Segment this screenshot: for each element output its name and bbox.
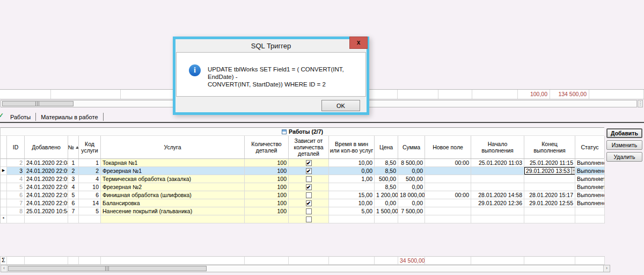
column-header-qty[interactable]: Количество деталей — [245, 136, 289, 158]
cell-qty[interactable]: 100 — [245, 167, 289, 175]
cell-id[interactable]: 4 — [7, 175, 25, 183]
cell-start[interactable]: 28.01.2020 14:58 — [471, 191, 524, 199]
cell-id[interactable]: 7 — [7, 199, 25, 207]
cell-num[interactable]: 2 — [68, 167, 79, 175]
cell-qty[interactable]: 100 — [245, 159, 289, 167]
cell-service[interactable]: Фрезерная №1 — [101, 167, 245, 175]
cell-end[interactable] — [524, 183, 575, 191]
cell-start[interactable] — [471, 183, 524, 191]
master-cell[interactable] — [51, 90, 121, 99]
cell-time[interactable]: 10,00 — [329, 159, 375, 167]
cell-num[interactable]: 5 — [68, 191, 79, 199]
dependency-checkbox[interactable]: ✔ — [306, 200, 312, 206]
cell-sum[interactable]: 0,00 — [398, 199, 425, 207]
cell-price[interactable]: 8,50 — [375, 159, 398, 167]
cell-start[interactable]: 29.01.2020 12:36 — [471, 199, 524, 207]
cell-dep[interactable] — [289, 191, 329, 199]
cell-added[interactable]: 24.01.2020 22:09 — [25, 191, 68, 199]
cell-time[interactable]: 5,00 — [329, 207, 375, 215]
cell-price[interactable]: 8,50 — [375, 183, 398, 191]
cell-sum[interactable]: 18 000,00 — [398, 191, 425, 199]
action-button-add[interactable]: Добавить — [606, 128, 642, 138]
close-icon[interactable]: x — [349, 37, 368, 49]
dependency-checkbox[interactable]: ✔ — [306, 168, 312, 174]
cell-dep[interactable] — [289, 207, 329, 215]
cell-id[interactable] — [7, 215, 25, 223]
cell-num[interactable]: 6 — [68, 199, 79, 207]
cell-added[interactable]: 24.01.2020 22:09 — [25, 167, 68, 175]
table-row[interactable]: 825.01.2020 10:5475Нанесение покрытий (г… — [1, 207, 604, 215]
ok-button[interactable]: OK — [321, 100, 360, 111]
master-cell[interactable] — [472, 90, 518, 99]
column-header-code[interactable]: Код услуги — [79, 136, 101, 158]
cell-start[interactable] — [471, 215, 524, 223]
cell-dep[interactable]: ✔ — [289, 199, 329, 207]
cell-dep[interactable] — [289, 175, 329, 183]
column-header-added[interactable]: Добавлено — [25, 136, 68, 158]
action-button-edit[interactable]: Изменить — [606, 140, 642, 150]
master-cell[interactable] — [438, 90, 472, 99]
cell-code[interactable]: 4 — [79, 175, 101, 183]
column-header-end[interactable]: Конец выполнения — [524, 136, 575, 158]
cell-dep[interactable]: ✔ — [289, 167, 329, 175]
cell-dep[interactable]: ✔ — [289, 159, 329, 167]
cell-start[interactable] — [471, 207, 524, 215]
cell-status[interactable]: Выполняется — [575, 175, 605, 183]
cell-sum[interactable] — [398, 215, 425, 223]
cell-field[interactable] — [425, 183, 471, 191]
column-header-service[interactable]: Услуга — [101, 136, 245, 158]
column-header-sum[interactable]: Сумма — [398, 136, 425, 158]
column-header-field[interactable]: Новое поле — [425, 136, 471, 158]
cell-qty[interactable]: 100 — [245, 183, 289, 191]
dependency-checkbox[interactable] — [306, 208, 312, 214]
cell-price[interactable]: 0,00 — [375, 199, 398, 207]
column-header-price[interactable]: Цена — [375, 136, 398, 158]
cell-sum[interactable]: 500,00 — [398, 175, 425, 183]
cell-added[interactable]: 24.01.2020 22:08 — [25, 159, 68, 167]
cell-num[interactable]: 4 — [68, 183, 79, 191]
tab-works[interactable]: Работы — [5, 112, 35, 122]
cell-num[interactable]: 7 — [68, 207, 79, 215]
cell-start[interactable] — [471, 167, 524, 175]
master-cell[interactable]: 100,00 — [518, 90, 550, 99]
column-header-id[interactable]: ID — [7, 136, 25, 158]
cell-time[interactable]: 10,00 — [329, 199, 375, 207]
master-cell[interactable] — [398, 90, 438, 99]
dependency-checkbox[interactable]: ✔ — [306, 160, 312, 166]
cell-time[interactable] — [329, 215, 375, 223]
cell-time[interactable]: 1,00 — [329, 175, 375, 183]
dependency-checkbox[interactable] — [306, 192, 312, 198]
cell-sum[interactable]: 8 500,00 — [398, 159, 425, 167]
table-row[interactable]: 524.01.2020 22:09410Фрезерная №2100✔8,50… — [1, 183, 604, 191]
master-cell[interactable]: 134 500,00 — [550, 90, 589, 99]
column-header-start[interactable]: Начало выполнения — [471, 136, 524, 158]
table-row[interactable]: 224.01.2020 22:0811Токарная №1100✔10,008… — [1, 159, 604, 167]
cell-code[interactable] — [79, 215, 101, 223]
cell-added[interactable]: 25.01.2020 10:54 — [25, 207, 68, 215]
table-row[interactable]: 624.01.2020 22:0956Финишная обработка (ш… — [1, 191, 604, 199]
cell-time[interactable]: 0,00 — [329, 167, 375, 175]
works-h-scrollbar[interactable]: ‹ › — [1, 265, 610, 272]
scroll-dots-button[interactable]: ⋮ — [638, 100, 643, 107]
cell-added[interactable] — [25, 215, 68, 223]
table-row[interactable]: * — [1, 215, 604, 223]
cell-qty[interactable]: 100 — [245, 175, 289, 183]
dependency-checkbox[interactable] — [306, 176, 312, 182]
cell-price[interactable]: 8,50 — [375, 167, 398, 175]
cell-code[interactable]: 14 — [79, 199, 101, 207]
action-button-delete[interactable]: Удалить — [606, 152, 642, 162]
table-row[interactable]: 424.01.2020 22:0934Термическая обработка… — [1, 175, 604, 183]
cell-end[interactable]: 28.01.2020 15:17 — [524, 191, 575, 199]
cell-service[interactable]: Термическая обработка (закалка) — [101, 175, 245, 183]
cell-qty[interactable] — [245, 215, 289, 223]
cell-end[interactable] — [524, 215, 575, 223]
cell-service[interactable]: Балансировка — [101, 199, 245, 207]
cell-field[interactable] — [425, 167, 471, 175]
cell-time[interactable] — [329, 183, 375, 191]
cell-service[interactable]: Токарная №1 — [101, 159, 245, 167]
cell-end[interactable]: 29.01.2020 12:55 — [524, 199, 575, 207]
cell-id[interactable]: 5 — [7, 183, 25, 191]
cell-dep[interactable] — [289, 215, 329, 223]
cell-status[interactable]: Выполнено — [575, 167, 605, 175]
cell-code[interactable]: 10 — [79, 183, 101, 191]
